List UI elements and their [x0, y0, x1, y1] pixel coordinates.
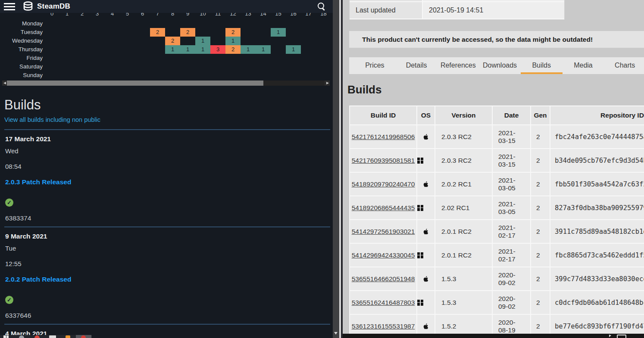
tab-charts[interactable]: Charts [604, 57, 644, 74]
heatmap-hour-label: 10 [195, 13, 210, 19]
heatmap-hour-label: 11 [210, 13, 225, 19]
windows-icon [417, 252, 423, 258]
build-table-row: 54142972561903021 2.0.1 RC2 2021-02-17 2… [350, 220, 644, 243]
heatmap-hour-label: 17 [301, 13, 316, 19]
scroll-down-arrow-icon[interactable] [334, 332, 338, 335]
heatmap-day-label: Friday [0, 54, 43, 62]
build-id-link[interactable]: 54217612419968506 [352, 133, 415, 140]
build-repository-id: fbb501f305aa4542a7c63f226 [550, 172, 644, 196]
last-updated-row: Last updated 2021-05-19 14:51 [350, 2, 564, 19]
build-version: 2.0.2 RC1 [435, 172, 492, 196]
heatmap-day-row: Friday [0, 54, 333, 62]
scroll-right-arrow-icon[interactable] [325, 81, 330, 86]
build-id-link[interactable]: 54189206865444435 [352, 204, 415, 211]
heatmap-hour-label: 14 [256, 13, 271, 19]
heatmap-cell: 1 [195, 37, 210, 45]
build-table-row: 53655164662051948 1.5.3 2020-09-02 2 399… [350, 267, 644, 291]
build-repository-id: c0dcf9db06ab61d148648bc96 [550, 291, 644, 314]
taskbar-app-icon[interactable] [19, 335, 24, 338]
heatmap-day-row: Tuesday 2221 [0, 28, 333, 37]
heatmap-cell: 1 [180, 45, 195, 54]
apple-icon [423, 133, 429, 140]
patch-released-link[interactable]: 2.0.3 Patch Released [5, 178, 329, 185]
entry-build-number: 6383374 [5, 214, 329, 221]
tab-media[interactable]: Media [563, 57, 604, 74]
tab-prices[interactable]: Prices [354, 57, 396, 74]
build-gen: 2 [531, 172, 550, 196]
patch-released-link[interactable]: 2.0.2 Patch Released [5, 276, 329, 282]
windows-start-icon[interactable] [3, 335, 9, 338]
build-id-link[interactable]: 53655164662051948 [352, 275, 415, 282]
build-gen: 2 [531, 291, 550, 314]
heatmap-cell: 1 [195, 45, 210, 54]
taskbar [0, 335, 92, 338]
heatmap-day-label: Tuesday [0, 28, 43, 37]
build-date: 2021-03-15 [492, 125, 531, 149]
hamburger-menu-icon[interactable] [4, 1, 15, 12]
build-version: 2.0.3 RC2 [435, 149, 492, 172]
heatmap-hour-label: 15 [271, 13, 286, 19]
apple-icon [423, 181, 429, 188]
tab-references[interactable]: References [437, 57, 479, 74]
heatmap-day-label: Wednesday [0, 37, 43, 45]
tab-details[interactable]: Details [396, 57, 438, 74]
cursor-icon [609, 335, 611, 337]
build-date: 2020-09-02 [492, 291, 531, 314]
build-table-row: 53655162416487803 1.5.3 2020-09-02 2 c0d… [350, 291, 644, 314]
heatmap-hour-label: 13 [241, 13, 256, 19]
taskbar-app-icon[interactable] [66, 335, 70, 338]
build-repository-id: b34de095cb767efc9d3d54b8e [550, 149, 644, 172]
heatmap-cell: 1 [241, 45, 256, 54]
heatmap-hour-label: 16 [286, 13, 301, 19]
build-version: 2.0.3 RC2 [435, 125, 492, 149]
build-id-link[interactable]: 53655162416487803 [352, 299, 415, 306]
heatmap-day-label: Saturday [0, 62, 43, 71]
heatmap-hour-label: 3 [90, 13, 105, 19]
col-date: Date [492, 106, 531, 125]
view-all-builds-link[interactable]: View all builds including non public [4, 116, 100, 123]
heatmap-cell: 2 [225, 45, 241, 54]
build-repository-id: fbc8865d73ca5462eddd1f5ed [550, 243, 644, 267]
build-id-link[interactable]: 54217609395081581 [352, 157, 415, 164]
taskbar-app-icon[interactable] [34, 335, 40, 338]
search-icon[interactable] [317, 2, 326, 11]
build-repository-id: 827a3f0dba38ba90925597947 [550, 196, 644, 220]
horizontal-scrollbar[interactable] [2, 81, 330, 86]
build-id-link[interactable]: 54189209790240470 [352, 180, 415, 188]
heatmap-day-label: Sunday [0, 71, 43, 80]
heatmap-cell: 2 [165, 37, 180, 45]
app-info-table: Last updated 2021-05-19 14:51 [349, 0, 565, 20]
vertical-scrollbar[interactable] [333, 0, 339, 338]
taskbar-app-icon[interactable] [49, 335, 56, 338]
build-table-row: 54189209790240470 2.0.2 RC1 2021-03-05 2… [350, 172, 644, 196]
build-table-row: 54217612419968506 2.0.3 RC2 2021-03-15 2… [350, 125, 644, 149]
steamdb-dark-window: SteamDB 0123456789101112131415161718 Mon… [0, 0, 333, 338]
app-title: SteamDB [37, 2, 70, 11]
check-circle-icon: ✓ [5, 198, 13, 207]
build-id-link[interactable]: 54142969424330045 [352, 251, 415, 259]
steamdb-logo[interactable] [22, 1, 34, 12]
col-version: Version [435, 106, 492, 125]
build-gen: 2 [531, 125, 550, 149]
tab-downloads[interactable]: Downloads [479, 57, 521, 74]
build-gen: 2 [531, 220, 550, 243]
entry-build-number: 6337646 [5, 312, 329, 319]
windows-icon [417, 158, 423, 164]
apple-icon [423, 276, 429, 282]
build-table-row: 54189206865444435 2.02 RC1 2021-03-05 2 … [350, 196, 644, 220]
taskbar-active-app[interactable] [76, 335, 91, 338]
windows-icon [417, 300, 423, 306]
build-id-link[interactable]: 54142972561903021 [352, 228, 415, 235]
build-id-link[interactable]: 53612316155531987 [352, 322, 415, 330]
build-table-row: 54142969424330045 2.0.1 RC2 2021-02-17 2… [350, 243, 644, 267]
tab-builds[interactable]: Builds [521, 57, 563, 74]
horizontal-scrollbar-thumb[interactable] [7, 81, 263, 86]
heatmap-cell: 2 [225, 28, 241, 37]
build-version: 1.5.3 [435, 267, 492, 291]
build-date: 2020-09-02 [492, 267, 531, 291]
page-title: Builds [347, 83, 381, 96]
heatmap-hour-label: 4 [105, 13, 120, 19]
build-entry: 17 March 2021 Wed 08:54 2.0.3 Patch Rele… [4, 129, 330, 226]
build-date: 2021-03-15 [492, 149, 531, 172]
heatmap-hour-label: 9 [180, 13, 195, 19]
